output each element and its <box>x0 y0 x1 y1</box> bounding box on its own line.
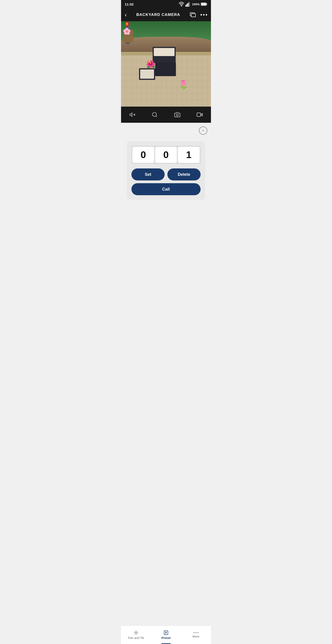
preset-panel: 0 0 1 Set Delete Call <box>127 141 205 200</box>
page-title: BACKYARD CAMERA <box>136 12 180 17</box>
svg-point-10 <box>201 14 202 16</box>
svg-point-0 <box>181 6 182 6</box>
svg-marker-13 <box>130 113 132 116</box>
flowers-left <box>123 30 133 42</box>
zoom-button[interactable] <box>150 110 160 120</box>
status-bar: 11:02 100% <box>121 0 211 8</box>
nav-bar: ‹ BACKYARD CAMERA <box>121 8 211 21</box>
status-time: 11:02 <box>125 2 133 6</box>
svg-rect-20 <box>197 113 201 116</box>
digit-hundreds[interactable]: 0 <box>132 147 154 163</box>
record-button[interactable] <box>195 110 205 120</box>
svg-rect-7 <box>201 3 206 5</box>
svg-point-21 <box>135 632 137 634</box>
battery-icon <box>201 2 207 6</box>
svg-line-17 <box>156 116 157 117</box>
flowers-center: 🌺 <box>146 60 155 68</box>
signal-icon <box>185 2 191 7</box>
svg-point-16 <box>153 112 157 116</box>
pan-tilt-icon <box>133 630 139 635</box>
wifi-icon <box>179 2 184 7</box>
number-inputs-row: 0 0 1 <box>131 146 201 164</box>
nav-label-more: More <box>193 635 199 638</box>
svg-point-11 <box>203 14 205 16</box>
back-button[interactable]: ‹ <box>125 11 127 18</box>
camera-feed: 🌺 🌷 <box>121 21 211 106</box>
svg-point-24 <box>196 632 197 634</box>
svg-point-18 <box>176 114 178 116</box>
bottom-nav: Pan and Tilt Preset More <box>121 626 211 644</box>
tulips: 🌷 <box>178 80 189 90</box>
svg-rect-1 <box>186 5 186 6</box>
furniture-ottoman <box>139 68 155 80</box>
svg-rect-2 <box>187 4 187 6</box>
main-content: × 0 0 1 Set Delete Call <box>121 123 211 238</box>
nav-item-more[interactable]: More <box>181 626 211 644</box>
snapshot-button[interactable] <box>172 110 182 120</box>
svg-rect-6 <box>207 4 207 5</box>
furniture-sofa <box>153 47 176 63</box>
more-icon <box>193 632 199 634</box>
nav-label-preset: Preset <box>161 636 171 640</box>
nav-actions <box>190 12 207 17</box>
call-button[interactable]: Call <box>131 183 201 195</box>
set-delete-row: Set Delete <box>131 168 201 180</box>
status-icons: 100% <box>179 2 207 7</box>
furniture-table <box>155 62 176 76</box>
svg-rect-9 <box>191 14 196 17</box>
svg-point-25 <box>197 632 199 634</box>
digit-ones[interactable]: 1 <box>178 147 200 163</box>
svg-marker-19 <box>201 114 203 116</box>
close-button[interactable]: × <box>199 126 207 135</box>
mute-button[interactable] <box>127 110 137 120</box>
nav-item-preset[interactable]: Preset <box>151 626 181 644</box>
preset-icon <box>163 630 169 635</box>
battery-text: 100% <box>192 2 200 6</box>
set-button[interactable]: Set <box>131 168 165 180</box>
svg-point-12 <box>206 14 207 16</box>
gallery-icon[interactable] <box>190 12 196 17</box>
controls-bar <box>121 106 211 123</box>
nav-label-pan-tilt: Pan and Tilt <box>128 636 144 640</box>
delete-button[interactable]: Delete <box>167 168 201 180</box>
digit-tens[interactable]: 0 <box>155 147 177 163</box>
nav-item-pan-tilt[interactable]: Pan and Tilt <box>121 626 151 644</box>
svg-point-23 <box>193 632 195 634</box>
svg-rect-3 <box>188 3 189 6</box>
more-options-icon[interactable] <box>200 14 207 16</box>
patio-scene: 🌺 🌷 <box>121 21 211 106</box>
svg-rect-4 <box>189 2 190 6</box>
